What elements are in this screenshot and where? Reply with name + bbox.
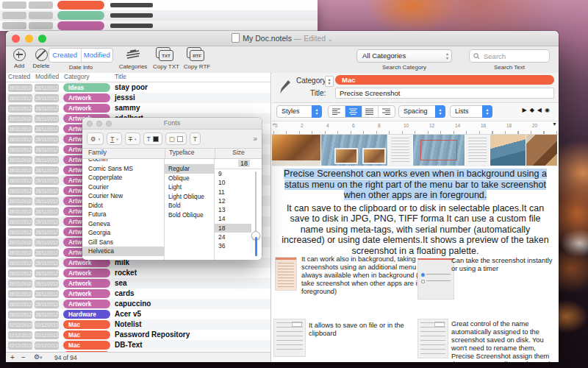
size-item[interactable]: 10: [215, 178, 251, 187]
column-created[interactable]: Created: [8, 73, 30, 80]
minimize-button[interactable]: [96, 121, 102, 127]
add-button[interactable]: Add: [10, 49, 28, 69]
document-image-strip[interactable]: [272, 135, 559, 166]
paragraph-selected[interactable]: Precise Screenshot can works even when i…: [279, 169, 551, 201]
remove-row-button[interactable]: −: [21, 353, 26, 362]
table-row[interactable]: 02/12/201302/12/2013MacDB-Text: [6, 340, 270, 350]
ruler[interactable]: ⌐ ▼ 0 2 4 6 8 10 12 14 16 18 20: [272, 121, 559, 135]
callout-text[interactable]: Can take the screenshot instantly or usi…: [451, 257, 556, 273]
close-button[interactable]: [12, 35, 20, 43]
table-row[interactable]: [0, 21, 318, 31]
strikethrough-button[interactable]: T▾: [125, 132, 140, 145]
segment-created[interactable]: Created: [49, 49, 82, 62]
family-item[interactable]: Copperplate: [82, 173, 164, 183]
family-item[interactable]: Futura: [82, 210, 164, 219]
paragraph-body[interactable]: It can save to the clipboard or to disk …: [279, 203, 551, 257]
size-item[interactable]: 24: [215, 233, 251, 241]
typeface-item[interactable]: Light Oblique: [165, 192, 214, 202]
table-row[interactable]: 28/11/201228/11/2012Artworkrocket: [6, 268, 270, 278]
document-color-button[interactable]: ▢: [165, 132, 187, 145]
table-row[interactable]: 02/12/201302/12/2013MacPassword Reposito…: [6, 330, 270, 340]
align-justify-button[interactable]: [362, 106, 379, 117]
categories-button[interactable]: Categories: [116, 49, 150, 70]
family-item[interactable]: Georgia: [82, 228, 164, 238]
size-header[interactable]: Size: [215, 149, 262, 158]
family-header[interactable]: Family: [82, 149, 165, 158]
search-input[interactable]: [482, 52, 537, 61]
align-center-button[interactable]: [345, 106, 362, 117]
size-item[interactable]: 36: [215, 241, 251, 250]
close-button[interactable]: [87, 121, 93, 127]
more-chevrons-icon[interactable]: »: [253, 135, 257, 143]
typeface-item[interactable]: Bold Oblique: [165, 210, 214, 220]
size-item-selected[interactable]: 18: [215, 224, 251, 233]
table-row[interactable]: [0, 10, 318, 21]
column-title[interactable]: Title: [115, 73, 126, 80]
callout-text[interactable]: Great control of the name automatically …: [451, 320, 557, 362]
table-row[interactable]: 28/11/201228/11/2012Artworksammy: [6, 103, 270, 113]
column-modified[interactable]: Modified: [35, 73, 59, 80]
family-item-selected[interactable]: Helvetica: [82, 247, 164, 256]
table-row[interactable]: 28/11/201228/11/2012Artworkcards: [6, 289, 270, 299]
table-row[interactable]: [0, 0, 318, 10]
size-input[interactable]: 18: [215, 159, 262, 169]
typeface-header[interactable]: Typeface: [165, 149, 215, 158]
typeface-item[interactable]: Oblique: [165, 174, 214, 183]
minimize-button[interactable]: [25, 35, 33, 43]
family-item[interactable]: Courier: [82, 183, 164, 192]
size-item[interactable]: 14: [215, 214, 251, 223]
underline-button[interactable]: T▾: [107, 132, 122, 145]
family-list[interactable]: Cochin Comic Sans MS Copperplate Courier…: [82, 159, 165, 260]
right-margin-marker[interactable]: ▼: [552, 121, 557, 127]
slider-thumb[interactable]: [251, 231, 260, 240]
typeface-item[interactable]: Light: [165, 183, 214, 192]
size-item[interactable]: 9: [215, 169, 251, 178]
search-field[interactable]: [469, 49, 550, 63]
size-item[interactable]: 11: [215, 188, 251, 197]
chevron-down-icon[interactable]: ⌄: [328, 36, 333, 43]
title-bar[interactable]: My Doc.notels — Edited ⌄: [6, 31, 559, 46]
family-item[interactable]: Comic Sans MS: [82, 164, 164, 174]
size-list[interactable]: 9 10 11 12 13 14 18 24 36: [215, 169, 251, 260]
typeface-list[interactable]: Regular Oblique Light Light Oblique Bold…: [165, 159, 215, 260]
size-item[interactable]: 12: [215, 197, 251, 205]
table-row[interactable]: 28/11/201228/11/2012HardwareAcer v5: [6, 309, 270, 319]
tab-stop-icons[interactable]: ▶◆◀◉: [523, 107, 553, 113]
text-shadow-button[interactable]: T: [190, 132, 201, 145]
family-item[interactable]: Didot: [82, 201, 164, 210]
text-color-button[interactable]: T: [143, 132, 162, 145]
family-item[interactable]: Gill Sans: [82, 238, 164, 247]
zoom-button[interactable]: [38, 35, 46, 43]
copy-txt-button[interactable]: TXT Copy TXT: [150, 49, 182, 70]
title-input[interactable]: Precise Screenshot: [335, 88, 554, 99]
typeface-item-selected[interactable]: Regular: [165, 164, 214, 174]
background-window[interactable]: [0, 0, 318, 31]
callout-text[interactable]: It allows to save on file or in the clip…: [309, 322, 419, 338]
family-item[interactable]: Geneva: [82, 219, 164, 229]
lists-popup[interactable]: Lists ▲▼: [450, 105, 492, 118]
actions-gear-button[interactable]: ⚙▾: [87, 132, 104, 145]
table-row[interactable]: 28/11/201228/11/2012Artworkjesssi: [6, 93, 270, 103]
fonts-panel-titlebar[interactable]: Fonts: [82, 118, 262, 130]
table-row[interactable]: 28/11/201228/11/2012Ideasstay poor: [6, 82, 270, 93]
add-row-button[interactable]: +: [10, 353, 15, 362]
table-header[interactable]: Created Modified Category Title: [6, 73, 270, 82]
gear-icon[interactable]: ⚙ ▾: [34, 353, 40, 362]
column-category[interactable]: Category: [64, 73, 90, 80]
size-slider[interactable]: [252, 171, 260, 256]
styles-popup[interactable]: Styles ▲▼: [276, 105, 322, 118]
callout-text[interactable]: It can work also in background, taking s…: [301, 255, 425, 296]
segment-modified[interactable]: Modified: [82, 49, 113, 62]
copy-rtf-button[interactable]: RTF Copy RTF: [181, 49, 213, 70]
zoom-button[interactable]: [106, 121, 112, 127]
category-stepper[interactable]: ▲▼: [325, 76, 334, 87]
align-left-button[interactable]: [329, 106, 345, 117]
typeface-item[interactable]: Bold: [165, 201, 214, 210]
align-right-button[interactable]: [379, 106, 395, 117]
table-row[interactable]: 28/11/201228/11/2012Artworkcapuccino: [6, 299, 270, 309]
family-item[interactable]: Courier New: [82, 191, 164, 201]
table-row[interactable]: 28/11/201228/11/2012Artworksea: [6, 278, 270, 289]
table-row[interactable]: 02/12/201302/12/2013MacNotelist: [6, 319, 270, 330]
category-filter-popup[interactable]: All Categories ▴▾: [356, 49, 452, 63]
spacing-popup[interactable]: Spacing ▲▼: [398, 105, 445, 118]
